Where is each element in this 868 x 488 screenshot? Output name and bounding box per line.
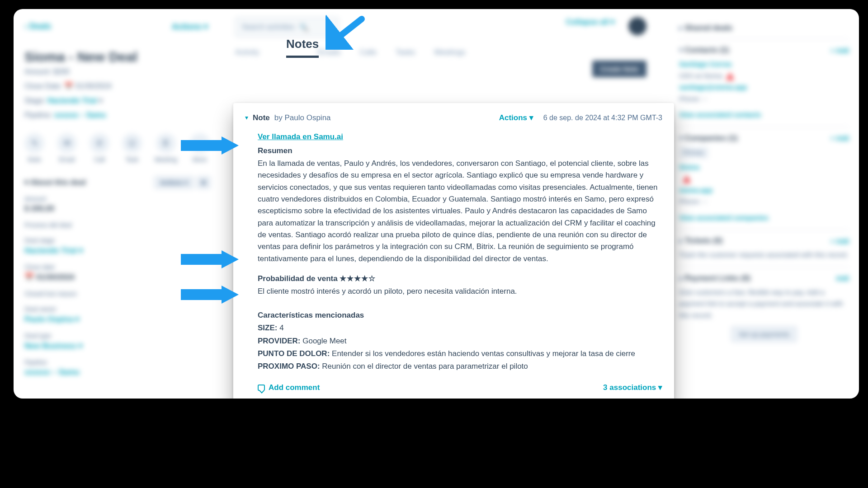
tab-meetings[interactable]: Meetings xyxy=(434,48,466,57)
note-actions-dropdown[interactable]: Actions ▾ xyxy=(499,112,533,124)
pain-row: PUNTO DE DOLOR: Entender si los vendedor… xyxy=(258,348,662,360)
tab-activity[interactable]: Activity xyxy=(235,48,259,57)
about-settings-button[interactable]: ⚙ xyxy=(197,176,211,189)
collapse-all-link[interactable]: Collapse all ▾ xyxy=(566,17,615,27)
size-row: SIZE: 4 xyxy=(258,322,662,334)
tab-notes[interactable]: Notes xyxy=(286,37,319,58)
add-contact-link[interactable]: + Add xyxy=(830,47,849,54)
contact-name-link[interactable]: Santiago Correa xyxy=(679,58,849,70)
annotation-arrow-resumen xyxy=(181,136,240,155)
alert-icon xyxy=(726,72,734,80)
probabilidad-body: El cliente mostró interés y acordó un pi… xyxy=(258,286,662,297)
deal-title: Sioma - New Deal xyxy=(24,49,211,65)
comment-icon xyxy=(258,385,265,391)
svg-line-1 xyxy=(332,19,362,42)
add-ticket-link[interactable]: + Add xyxy=(830,237,849,245)
meeting-action[interactable]: 🗓Meeting xyxy=(155,133,177,163)
deal-actions-dropdown[interactable]: Actions ▾ xyxy=(172,22,208,32)
annotation-arrow-notes-tab xyxy=(326,14,366,50)
provider-row: PROVIDER: Google Meet xyxy=(258,335,662,347)
crm-screenshot-frame: ‹ Deals Actions ▾ Sioma - New Deal Amoun… xyxy=(14,9,859,399)
email-icon: ✉ xyxy=(57,133,77,153)
call-icon: ✆ xyxy=(90,133,109,153)
associations-dropdown[interactable]: 3 associations ▾ xyxy=(603,382,662,394)
resumen-heading: Resumen xyxy=(258,145,662,157)
about-this-deal-header[interactable]: About this deal xyxy=(30,178,86,187)
back-link[interactable]: ‹ Deals xyxy=(24,22,211,31)
meeting-icon: 🗓 xyxy=(156,133,176,153)
resumen-body: En la llamada de ventas, Paulo y Andrés,… xyxy=(258,158,662,265)
note-type-label: Note xyxy=(253,112,270,124)
add-payment-link[interactable]: Add xyxy=(836,274,849,282)
svg-marker-3 xyxy=(181,250,239,268)
add-comment-link[interactable]: Add comment xyxy=(258,382,320,394)
task-icon: ☑ xyxy=(122,133,142,153)
add-company-link[interactable]: + Add xyxy=(830,134,849,142)
alert-icon xyxy=(683,175,691,183)
company-name-link[interactable]: Sioma xyxy=(679,161,849,173)
about-actions-dropdown[interactable]: Actions ▾ xyxy=(154,176,194,189)
svg-marker-4 xyxy=(181,286,239,304)
note-icon: ✎ xyxy=(24,133,44,153)
caracteristicas-heading: Características mencionadas xyxy=(258,310,662,321)
next-step-row: PROXIMO PASO: Reunión con el director de… xyxy=(258,361,662,372)
note-card: ▾ Note by Paulo Ospina Actions ▾ 6 de se… xyxy=(233,103,674,399)
user-avatar[interactable] xyxy=(628,17,646,35)
call-action[interactable]: ✆Call xyxy=(90,133,109,163)
tab-tasks[interactable]: Tasks xyxy=(396,48,415,57)
task-action[interactable]: ☑Task xyxy=(122,133,142,163)
setup-payments-button[interactable]: Set up payments xyxy=(731,326,797,342)
amount-line: Amount: $200 xyxy=(24,65,211,79)
create-note-button[interactable]: Create Note xyxy=(592,61,646,77)
probabilidad-heading: Probabilidad de venta ★★★★☆ xyxy=(258,273,662,285)
note-timestamp: 6 de sep. de 2024 at 4:32 PM GMT-3 xyxy=(543,113,662,124)
search-activities-input[interactable]: Search activities 🔍 xyxy=(235,17,339,37)
note-action[interactable]: ✎Note xyxy=(24,133,44,163)
svg-marker-2 xyxy=(181,136,239,155)
email-action[interactable]: ✉Email xyxy=(57,133,77,163)
search-icon: 🔍 xyxy=(299,23,308,32)
view-call-link[interactable]: Ver llamada en Samu.ai xyxy=(258,131,662,143)
note-author: by Paulo Ospina xyxy=(274,112,331,124)
collapse-note-toggle[interactable]: ▾ xyxy=(245,113,248,123)
annotation-arrow-probabilidad xyxy=(181,250,240,268)
view-associated-contacts-link[interactable]: View associated contacts xyxy=(679,109,849,121)
annotation-arrow-caracteristicas xyxy=(181,286,240,304)
star-rating: ★★★★☆ xyxy=(340,274,376,283)
view-associated-companies-link[interactable]: View associated companies xyxy=(679,212,849,224)
